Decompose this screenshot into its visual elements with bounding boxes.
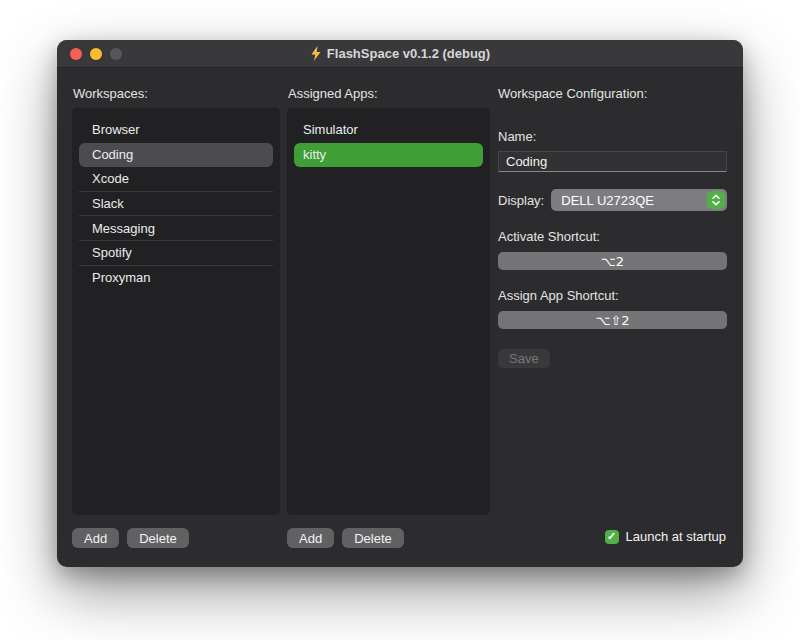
workspace-item-label: Messaging xyxy=(92,221,155,236)
name-label: Name: xyxy=(498,129,727,144)
workspace-item-label: Browser xyxy=(92,122,140,137)
lightning-bolt-icon xyxy=(310,46,322,61)
workspace-item-label: Xcode xyxy=(92,171,129,186)
activate-shortcut-recorder[interactable]: ⌥2 xyxy=(498,252,727,270)
app-window: FlashSpace v0.1.2 (debug) Workspaces: Br… xyxy=(57,40,743,567)
workspace-item-proxyman[interactable]: Proxyman xyxy=(79,266,273,291)
assign-app-shortcut-recorder[interactable]: ⌥⇧2 xyxy=(498,311,727,329)
window-title: FlashSpace v0.1.2 (debug) xyxy=(310,46,490,61)
launch-at-startup-label: Launch at startup xyxy=(626,529,726,544)
display-label: Display: xyxy=(498,193,544,208)
window-title-text: FlashSpace v0.1.2 (debug) xyxy=(327,46,490,61)
minimize-button[interactable] xyxy=(90,48,102,60)
workspace-item-coding[interactable]: Coding xyxy=(79,143,273,168)
assigned-app-label: kitty xyxy=(303,147,326,162)
workspaces-list: Browser Coding Xcode Slack Messaging Spo… xyxy=(72,108,280,515)
configuration-heading: Workspace Configuration: xyxy=(498,86,727,101)
workspaces-delete-button[interactable]: Delete xyxy=(127,528,189,548)
display-selected-value: DELL U2723QE xyxy=(561,193,707,208)
launch-at-startup-row: ✓ Launch at startup xyxy=(605,529,726,544)
launch-at-startup-checkbox[interactable]: ✓ xyxy=(605,530,619,544)
assigned-apps-heading: Assigned Apps: xyxy=(288,86,378,101)
workspaces-heading: Workspaces: xyxy=(73,86,148,101)
workspace-item-spotify[interactable]: Spotify xyxy=(79,241,273,266)
traffic-lights xyxy=(70,40,122,68)
workspace-item-browser[interactable]: Browser xyxy=(79,118,273,143)
desktop-background: FlashSpace v0.1.2 (debug) Workspaces: Br… xyxy=(0,0,800,640)
activate-shortcut-label: Activate Shortcut: xyxy=(498,229,727,244)
workspace-item-label: Proxyman xyxy=(92,270,151,285)
assigned-apps-list: Simulator kitty xyxy=(287,108,490,515)
assigned-apps-add-button[interactable]: Add xyxy=(287,528,334,548)
checkmark-icon: ✓ xyxy=(607,531,616,542)
workspace-item-xcode[interactable]: Xcode xyxy=(79,167,273,192)
close-button[interactable] xyxy=(70,48,82,60)
assigned-apps-delete-button[interactable]: Delete xyxy=(342,528,404,548)
zoom-button[interactable] xyxy=(110,48,122,60)
workspace-item-label: Coding xyxy=(92,147,133,162)
display-select[interactable]: DELL U2723QE xyxy=(551,189,727,211)
workspace-item-label: Spotify xyxy=(92,245,132,260)
save-button[interactable]: Save xyxy=(498,349,550,368)
workspace-item-label: Slack xyxy=(92,196,124,211)
workspace-item-messaging[interactable]: Messaging xyxy=(79,216,273,241)
titlebar[interactable]: FlashSpace v0.1.2 (debug) xyxy=(57,40,743,68)
chevron-up-down-icon xyxy=(707,191,725,209)
assigned-app-label: Simulator xyxy=(303,122,358,137)
workspaces-add-button[interactable]: Add xyxy=(72,528,119,548)
assign-app-shortcut-label: Assign App Shortcut: xyxy=(498,288,727,303)
assigned-app-item-kitty[interactable]: kitty xyxy=(294,143,483,168)
workspace-configuration-panel: Workspace Configuration: Name: Display: … xyxy=(498,86,727,368)
workspace-item-slack[interactable]: Slack xyxy=(79,192,273,217)
name-input[interactable] xyxy=(498,151,727,172)
assigned-app-item-simulator[interactable]: Simulator xyxy=(294,118,483,143)
